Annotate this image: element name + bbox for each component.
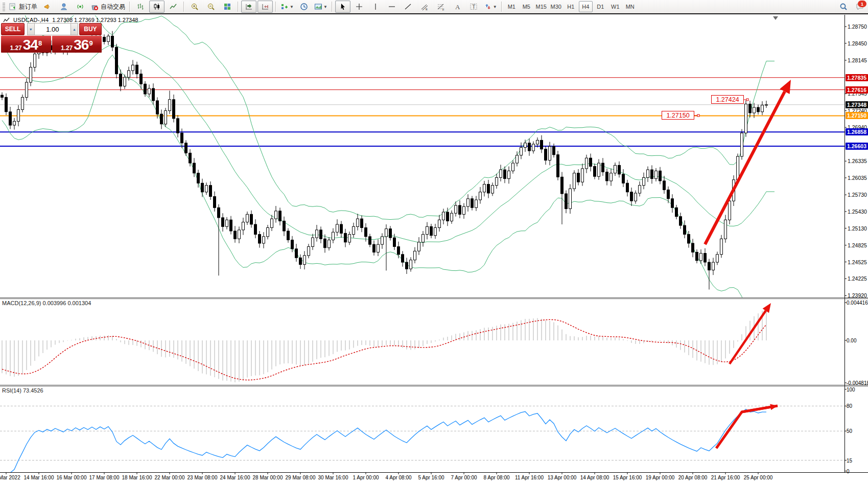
rsi-tick-label: 100 [847, 386, 855, 392]
trend-arrow-macd[interactable] [730, 303, 771, 364]
sell-price-prefix: 1.27 [10, 44, 21, 52]
symbol-icon [3, 17, 10, 23]
buy-price-pip: 9 [89, 36, 92, 51]
buy-price-prefix: 1.27 [61, 44, 73, 52]
chart-canvas[interactable] [0, 0, 868, 484]
rsi-tick-label: 15 [847, 457, 852, 463]
price-tick-label: 1.26335 [848, 158, 867, 164]
macd-indicator-label: MACD(12,26,9) 0.003996 0.001304 [2, 300, 91, 306]
price-tick-label: 1.24525 [848, 259, 867, 265]
sell-price-big: 34 [23, 38, 38, 52]
buy-price-display[interactable]: 1.27 36 9 [52, 36, 102, 53]
rsi-line [2, 409, 766, 473]
price-tick-label: 1.28750 [848, 24, 867, 30]
rsi-indicator-label: RSI(14) 73.4526 [2, 387, 43, 394]
trend-arrow-rsi-head[interactable] [742, 404, 778, 412]
trend-arrow-main[interactable] [705, 80, 791, 244]
rsi-tick-label: 80 [847, 403, 852, 409]
level-price-badge: 1.27616 [846, 86, 868, 94]
bollinger-lower-line [2, 55, 775, 324]
candles-layer [1, 31, 768, 290]
level-price-badge: 1.27835 [846, 74, 868, 81]
symbol-title: USDCAD-,H4 [13, 17, 49, 23]
mt4-window: 新订单自动交易▼▼EFAT▼M1M5M15M30H1H4D1W1MN1 USDC… [0, 0, 868, 484]
buy-button[interactable]: BUY [79, 23, 102, 35]
bid-price-badge: 1.27348 [846, 101, 868, 108]
macd-tick-label: 0.004416 [847, 300, 868, 306]
sell-price-display[interactable]: 1.27 34 8 [1, 36, 51, 53]
ohlc-values: 1.27308 1.27369 1.27293 1.27348 [52, 17, 138, 23]
sell-button[interactable]: SELL [1, 23, 25, 35]
time-axis-label: 25 Apr 00:00 [735, 475, 782, 480]
chart-shift-marker[interactable] [773, 16, 778, 20]
horizontal-level-lines[interactable] [0, 78, 844, 146]
rsi-tick-label: 50 [847, 428, 852, 434]
price-tick-label: 1.28450 [848, 40, 867, 47]
macd-tick-label: -0.004818 [847, 380, 868, 386]
chart-frame [0, 15, 868, 474]
level-price-badge: 1.27150 [846, 112, 868, 119]
price-tick-label: 1.24825 [848, 242, 867, 248]
level-price-badge: 1.26603 [846, 143, 868, 150]
level-price-badge: 1.26858 [846, 128, 868, 135]
one-click-trade-panel: SELL ▼ ▲ BUY 1.27 34 8 1.27 36 9 [1, 23, 102, 53]
price-tick-label: 1.23920 [848, 292, 867, 298]
volume-increase-button[interactable]: ▲ [71, 23, 78, 35]
callout-connector [744, 99, 748, 101]
trend-arrow-rsi[interactable] [716, 404, 778, 448]
bollinger-upper-line [2, 0, 775, 220]
macd-tick-label: 0.00 [847, 338, 856, 343]
price-tick-label: 1.26035 [848, 175, 867, 181]
price-tick-label: 1.24225 [848, 275, 867, 282]
macd-signal-line [2, 319, 766, 380]
macd-histogram [2, 309, 766, 382]
price-tick-label: 1.28145 [848, 57, 867, 63]
price-callout-label[interactable]: 1.27150 [662, 111, 694, 120]
rsi-tick-label: 0 [847, 468, 850, 474]
price-tick-label: 1.25430 [848, 209, 867, 215]
price-callout-label[interactable]: 1.27424 [711, 95, 744, 104]
sell-price-pip: 8 [38, 36, 42, 51]
price-tick-label: 1.25730 [848, 192, 867, 198]
buy-price-big: 36 [74, 38, 88, 52]
volume-decrease-button[interactable]: ▼ [27, 23, 35, 35]
rsi-level-lines [0, 406, 844, 460]
price-tick-label: 1.25130 [848, 225, 867, 232]
volume-input[interactable] [35, 23, 71, 35]
chart-header: USDCAD-,H4 1.27308 1.27369 1.27293 1.273… [3, 17, 138, 23]
